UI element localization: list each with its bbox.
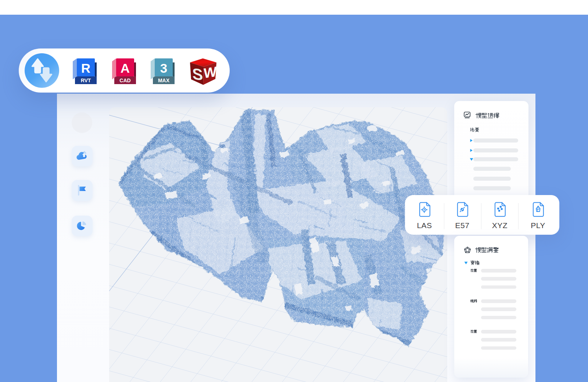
svg-text:W: W <box>204 63 217 81</box>
svg-text:MAX: MAX <box>158 78 170 83</box>
svg-text:S: S <box>192 65 203 84</box>
svg-text:A: A <box>121 61 130 75</box>
svg-text:CAD: CAD <box>119 78 130 83</box>
svg-text:R: R <box>81 61 90 75</box>
svg-text:3: 3 <box>160 61 167 75</box>
svg-text:RVT: RVT <box>81 78 91 83</box>
